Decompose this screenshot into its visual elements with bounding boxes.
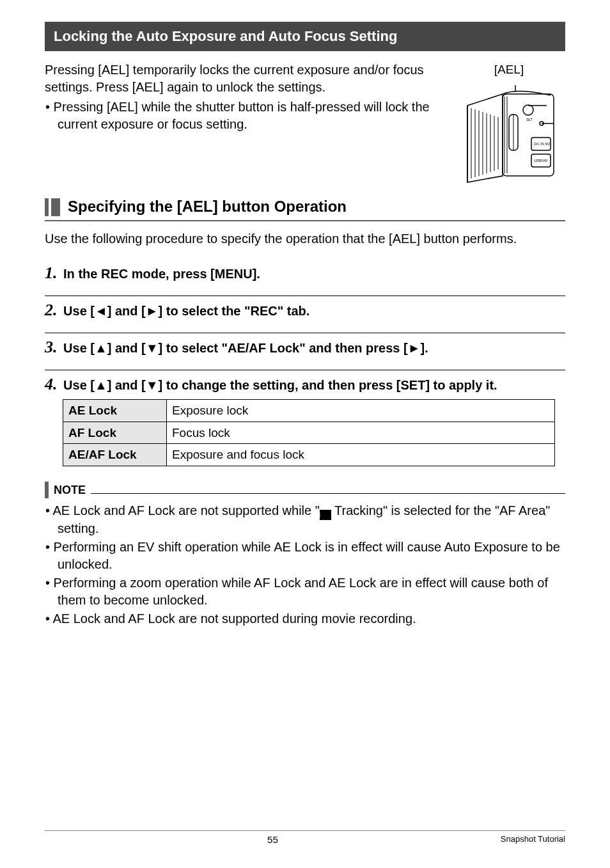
note-item: Performing a zoom operation while AF Loc…: [45, 574, 565, 609]
down-arrow-icon: ▼: [146, 341, 159, 355]
intro-bullet: Pressing [AEL] while the shutter button …: [45, 99, 440, 133]
page-number: 55: [45, 833, 501, 846]
down-arrow-icon: ▼: [146, 378, 159, 392]
setting-name: AF Lock: [63, 422, 167, 444]
subheading-marker-icon: [45, 198, 60, 216]
subheading-text: Specifying the [AEL] button Operation: [68, 196, 347, 217]
step-1: 1. In the REC mode, press [MENU].: [45, 259, 565, 287]
svg-point-3: [523, 105, 533, 115]
page-footer: 55 Snapshot Tutorial: [45, 830, 565, 846]
subheading-paragraph: Use the following procedure to specify t…: [45, 230, 565, 248]
step-4: 4. Use [▲] and [▼] to change the setting…: [45, 370, 565, 469]
right-arrow-icon: ►: [146, 304, 159, 318]
setting-desc: Focus lock: [167, 422, 555, 444]
note-list: AE Lock and AF Lock are not supported wh…: [45, 502, 565, 627]
svg-rect-0: [503, 94, 554, 176]
setting-name: AE/AF Lock: [63, 444, 167, 466]
note-item: Performing an EV shift operation while A…: [45, 539, 565, 573]
step-3: 3. Use [▲] and [▼] to select "AE/AF Lock…: [45, 333, 565, 361]
step-text: Use [▲] and [▼] to change the setting, a…: [63, 378, 497, 392]
step-text: Use [◄] and [►] to select the "REC" tab.: [63, 304, 309, 318]
intro-paragraph: Pressing [AEL] temporarily locks the cur…: [45, 61, 440, 96]
svg-text:SET: SET: [526, 118, 533, 122]
setting-desc: Exposure and focus lock: [167, 444, 555, 466]
step-2: 2. Use [◄] and [►] to select the "REC" t…: [45, 296, 565, 324]
step-number: 3.: [45, 338, 58, 356]
up-arrow-icon: ▲: [95, 341, 107, 355]
step-number: 4.: [45, 375, 58, 393]
setting-name: AE Lock: [63, 400, 167, 422]
section-name: Snapshot Tutorial: [501, 833, 565, 846]
note-label: NOTE: [54, 482, 86, 498]
section-heading: Locking the Auto Exposure and Auto Focus…: [45, 22, 565, 51]
step-text: Use [▲] and [▼] to select "AE/AF Lock" a…: [63, 341, 428, 355]
settings-table: AE Lock Exposure lock AF Lock Focus lock…: [63, 399, 555, 466]
camera-illustration: SET DC IN 9V USB/AV: [455, 81, 563, 184]
setting-desc: Exposure lock: [167, 400, 555, 422]
note-item: AE Lock and AF Lock are not supported wh…: [45, 502, 565, 537]
note-marker-icon: [45, 482, 49, 498]
note-rule: [91, 493, 565, 494]
up-arrow-icon: ▲: [95, 378, 107, 392]
table-row: AE/AF Lock Exposure and focus lock: [63, 444, 555, 466]
subheading: Specifying the [AEL] button Operation: [45, 196, 565, 221]
table-row: AF Lock Focus lock: [63, 422, 555, 444]
svg-text:USB/AV: USB/AV: [534, 159, 548, 162]
step-number: 2.: [45, 301, 58, 319]
right-arrow-icon: ►: [408, 341, 421, 355]
left-arrow-icon: ◄: [95, 304, 107, 318]
diagram-label: [AEL]: [453, 61, 565, 78]
camera-diagram: [AEL] SET DC IN 9V USB: [453, 61, 565, 184]
step-text: In the REC mode, press [MENU].: [63, 267, 260, 281]
note-heading: NOTE: [45, 482, 565, 498]
table-row: AE Lock Exposure lock: [63, 400, 555, 422]
intro-text-block: Pressing [AEL] temporarily locks the cur…: [45, 61, 440, 136]
tracking-icon: ▫◂□: [320, 510, 331, 520]
svg-text:DC IN 9V: DC IN 9V: [534, 142, 550, 146]
note-item: AE Lock and AF Lock are not supported du…: [45, 610, 565, 627]
step-number: 1.: [45, 264, 58, 282]
